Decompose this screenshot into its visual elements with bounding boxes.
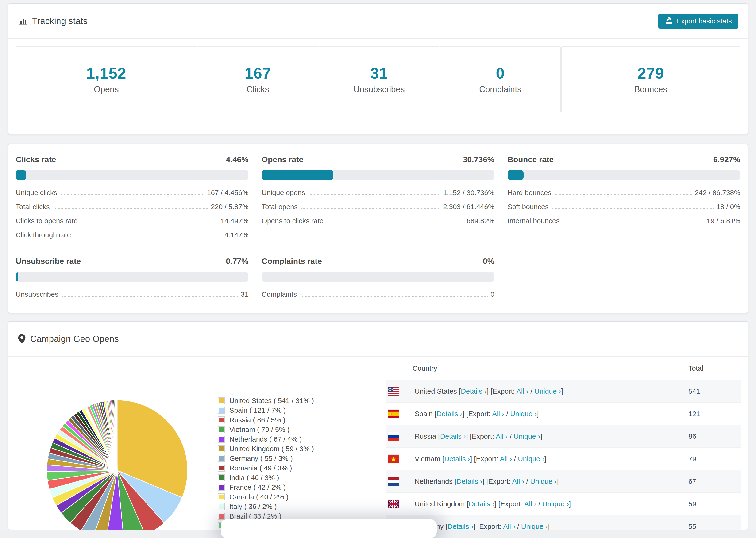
rate-title: Opens rate <box>261 155 303 164</box>
country-text: United Kingdom [Details ›] [Export: All … <box>415 500 571 508</box>
legend-label: Germany ( 55 / 3% ) <box>229 455 293 462</box>
export-unique-link[interactable]: Unique › <box>518 455 544 463</box>
rate-row-value: 0 <box>490 290 495 298</box>
summary-value: 0 <box>496 64 505 82</box>
export-unique-link[interactable]: Unique › <box>530 477 557 485</box>
country-cell: United Kingdom [Details ›] [Export: All … <box>386 500 688 508</box>
rate-section-unsubscribe-rate: Unsubscribe rate 0.77% Unsubscribes 31 <box>16 256 248 301</box>
details-link[interactable]: Details › <box>457 477 482 485</box>
geo-opens-legend: United States ( 541 / 31% )Spain ( 121 /… <box>218 396 314 530</box>
rate-progress-track <box>261 170 494 180</box>
legend-item-romania: Romania ( 49 / 3% ) <box>218 463 314 473</box>
geo-table-row-us: United States [Details ›] [Export: All ›… <box>386 380 741 402</box>
summary-label: Opens <box>94 84 119 94</box>
dotted-leader <box>563 223 704 223</box>
legend-label: Italy ( 36 / 2% ) <box>229 503 277 511</box>
rate-row-label: Total opens <box>261 203 297 211</box>
legend-swatch <box>218 503 225 510</box>
country-cell: Spain [Details ›] [Export: All › / Uniqu… <box>386 409 688 418</box>
rate-row: Click through rate 4.147% <box>16 228 248 242</box>
geo-table-header-total: Total <box>688 364 741 372</box>
legend-swatch <box>218 474 225 481</box>
rate-row-value: 4.147% <box>225 231 249 239</box>
rate-row-value: 689.82% <box>466 217 494 225</box>
geo-opens-title-text: Campaign Geo Opens <box>30 334 119 344</box>
export-unique-link[interactable]: Unique › <box>514 432 540 440</box>
rate-progress-track <box>261 272 494 282</box>
export-all-link[interactable]: All › <box>524 500 536 508</box>
total-cell: 121 <box>688 410 741 418</box>
country-text: Russia [Details ›] [Export: All › / Uniq… <box>415 432 542 440</box>
export-basic-stats-button[interactable]: Export basic stats <box>658 14 738 28</box>
rate-value: 0% <box>483 256 495 266</box>
dotted-leader <box>555 194 692 195</box>
flag-nl-icon <box>388 477 399 486</box>
legend-item-spain: Spain ( 121 / 7% ) <box>218 405 314 415</box>
legend-item-united-states: United States ( 541 / 31% ) <box>218 396 314 405</box>
legend-item-france: France ( 42 / 2% ) <box>218 482 314 492</box>
details-link[interactable]: Details › <box>440 432 466 440</box>
export-icon <box>665 17 673 26</box>
summary-box-bounces: 279Bounces <box>561 46 740 112</box>
details-link[interactable]: Details › <box>444 455 470 463</box>
legend-swatch <box>218 397 225 404</box>
flag-es-icon <box>388 409 399 418</box>
country-text: United States [Details ›] [Export: All ›… <box>415 387 563 395</box>
dotted-leader <box>327 223 464 223</box>
legend-swatch <box>218 512 225 520</box>
export-all-link[interactable]: All › <box>500 455 512 463</box>
rate-row-label: Clicks to opens rate <box>16 217 78 225</box>
export-all-link[interactable]: All › <box>503 522 515 530</box>
legend-label: India ( 46 / 3% ) <box>229 474 279 482</box>
summary-label: Clicks <box>246 84 269 94</box>
dotted-leader <box>54 208 208 209</box>
export-unique-link[interactable]: Unique › <box>510 410 537 418</box>
details-link[interactable]: Details › <box>461 387 487 395</box>
country-name: United States <box>415 387 457 395</box>
bottom-popup-overlay <box>221 519 437 538</box>
details-link[interactable]: Details › <box>469 500 495 508</box>
rate-row: Clicks to opens rate 14.497% <box>16 214 248 228</box>
total-cell: 541 <box>688 387 741 395</box>
export-unique-link[interactable]: Unique › <box>521 522 548 530</box>
details-link[interactable]: Details › <box>436 410 462 418</box>
summary-label: Complaints <box>479 84 521 94</box>
rate-head: Complaints rate 0% <box>261 256 494 266</box>
export-all-link[interactable]: All › <box>512 477 524 485</box>
rate-row-label: Soft bounces <box>508 203 549 211</box>
rate-row-value: 31 <box>241 290 248 298</box>
rates-card: Clicks rate 4.46% Unique clicks 167 / 4.… <box>8 144 748 313</box>
dotted-leader <box>553 208 714 209</box>
country-name: Netherlands <box>415 477 453 485</box>
export-unique-link[interactable]: Unique › <box>542 500 569 508</box>
rate-row-value: 2,303 / 61.446% <box>443 203 495 211</box>
export-all-link[interactable]: All › <box>496 432 508 440</box>
rate-head: Unsubscribe rate 0.77% <box>16 256 248 266</box>
rate-row-label: Unsubscribes <box>16 290 58 298</box>
legend-label: Russia ( 86 / 5% ) <box>229 416 285 424</box>
rate-title: Unsubscribe rate <box>16 256 81 266</box>
legend-label: Vietnam ( 79 / 5% ) <box>229 426 290 434</box>
map-pin-icon <box>18 334 26 344</box>
rate-row: Unsubscribes 31 <box>16 287 248 301</box>
geo-table-row-nl: Netherlands [Details ›] [Export: All › /… <box>386 470 741 493</box>
summary-box-opens: 1,152Opens <box>16 46 197 112</box>
export-all-link[interactable]: All › <box>492 410 504 418</box>
rate-row-value: 19 / 6.81% <box>707 217 740 225</box>
dotted-leader <box>61 194 204 195</box>
rate-value: 0.77% <box>226 256 248 266</box>
rate-value: 30.736% <box>463 155 494 164</box>
summary-box-complaints: 0Complaints <box>440 46 561 112</box>
export-all-link[interactable]: All › <box>516 387 529 395</box>
legend-item-vietnam: Vietnam ( 79 / 5% ) <box>218 425 314 434</box>
rate-progress-fill <box>16 272 18 282</box>
geo-table-row-ru: Russia [Details ›] [Export: All › / Uniq… <box>386 425 741 447</box>
rate-row-value: 18 / 0% <box>716 203 740 211</box>
geo-table-body: United States [Details ›] [Export: All ›… <box>386 380 741 530</box>
rates-grid: Clicks rate 4.46% Unique clicks 167 / 4.… <box>8 144 748 301</box>
export-unique-link[interactable]: Unique › <box>534 387 561 395</box>
legend-swatch <box>218 455 225 462</box>
legend-item-india: India ( 46 / 3% ) <box>218 473 314 482</box>
dotted-leader <box>62 296 238 297</box>
details-link[interactable]: Details › <box>448 522 473 530</box>
